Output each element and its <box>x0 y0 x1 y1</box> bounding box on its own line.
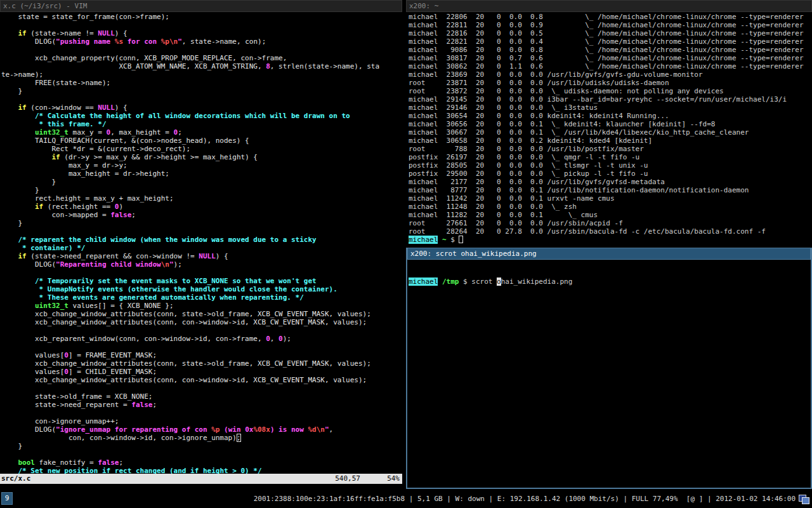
code-line: } <box>1 87 402 95</box>
process-row: root 788 20 0 0.0 0.0 /usr/lib/postfix/m… <box>409 145 812 153</box>
vim-scroll-percent: 54% <box>387 474 400 484</box>
code-line <box>1 21 402 29</box>
desktop: x.c (~/i3/src) - VIM state = state_for_f… <box>0 0 812 508</box>
code-line <box>1 95 402 104</box>
code-line <box>1 343 402 351</box>
code-line: con->mapped = false; <box>1 211 402 219</box>
code-line: * this frame. */ <box>1 120 402 128</box>
i3status-text: 2001:2388:100e:23:1af:16ff:fe1a:f5b8 | 5… <box>254 490 796 508</box>
code-line: xcb_change_window_attributes(conn, con->… <box>1 376 402 384</box>
code-line: con, con->window->id, con->ignore_unmap)… <box>1 434 402 442</box>
process-row: michael 30667 20 0 0.0 0.1 \_ /usr/lib/k… <box>409 128 812 137</box>
code-line: xcb_reparent_window(conn, con->window->i… <box>1 335 402 343</box>
shell-prompt-line: michael ~ $ <box>409 236 812 244</box>
code-line: } <box>1 219 402 227</box>
process-row: root 27661 20 0 0.0 0.0 /usr/sbin/acpid … <box>409 219 812 227</box>
code-line: state = state_for_frame(con->frame); <box>1 13 402 21</box>
code-line: max_height = dr->height; <box>1 170 402 178</box>
code-line: state->old_frame = XCB_NONE; <box>1 392 402 401</box>
code-line: rect.height = max_y + max_height; <box>1 194 402 203</box>
scrot-terminal-window[interactable]: x200: scrot ohai_wikipedia.png michael /… <box>406 248 812 489</box>
process-row: michael 22821 20 0 0.0 0.4 \_ /home/mich… <box>409 37 812 46</box>
vim-cursor-position: 540,57 <box>335 474 360 484</box>
code-line <box>1 450 402 458</box>
code-line: if (con->window == NULL) { <box>1 104 402 112</box>
code-line: if (state->need_reparent && con->window … <box>1 252 402 260</box>
prompt-symbol: $ <box>450 236 455 244</box>
code-line: DLOG("ignore_unmap for reparenting of co… <box>1 425 402 434</box>
process-row: michael 9086 20 0 0.0 0.8 \_ /home/micha… <box>409 46 812 54</box>
code-line: XCB_ATOM_WM_NAME, XCB_ATOM_STRING, 8, st… <box>1 62 402 70</box>
process-terminal-window[interactable]: x200: ~ michael 22806 20 0 0.0 0.8 \_ /h… <box>406 0 812 246</box>
code-line: uint32_t max_y = 0, max_height = 0; <box>1 128 402 137</box>
scrot-terminal-title: x200: scrot ohai_wikipedia.png <box>410 250 537 258</box>
code-line: * These events are generated automatical… <box>1 293 402 302</box>
code-line: xcb_change_property(conn, XCB_PROP_MODE_… <box>1 54 402 62</box>
process-row: michael 11242 20 0 0.0 0.1 urxvt -name c… <box>409 194 812 203</box>
shell-prompt-line: michael /tmp $ scrot ohai_wikipedia.png <box>409 277 811 286</box>
code-line: TAILQ_FOREACH(current, &(con->nodes_head… <box>1 137 402 145</box>
code-line: /* reparent the child window (when the w… <box>1 236 402 244</box>
code-line: } <box>1 186 402 194</box>
process-row: root 28264 20 0 27.8 0.0 /usr/sbin/bacul… <box>409 227 812 236</box>
code-line: max_y = dr->y; <box>1 161 402 170</box>
process-row: michael 2177 20 0 0.0 0.0 /usr/lib/gvfs/… <box>409 178 812 186</box>
vim-titlebar[interactable]: x.c (~/i3/src) - VIM <box>0 0 402 12</box>
code-line: } <box>1 178 402 186</box>
process-row: michael 29146 20 0 0.0 0.0 \_ i3status <box>409 104 812 112</box>
process-row: michael 23869 20 0 0.0 0.0 /usr/lib/gvfs… <box>409 70 812 79</box>
process-terminal-title: x200: ~ <box>409 2 438 10</box>
command-text-before-cursor: scrot <box>471 277 497 286</box>
prompt-username: michael <box>409 236 438 244</box>
code-line: DLOG("Reparenting child window\n"); <box>1 260 402 269</box>
code-line: bool fake_notify = false; <box>1 458 402 467</box>
process-row: michael 22811 20 0 0.0 0.9 \_ /home/mich… <box>409 21 812 29</box>
code-line: te->name); <box>1 70 402 79</box>
prompt-cwd: /tmp <box>442 277 459 286</box>
workspace-button-9[interactable]: 9 <box>1 492 13 505</box>
command-text-after-cursor: hai_wikipedia.png <box>501 277 573 286</box>
process-list[interactable]: michael 22806 20 0 0.0 0.8 \_ /home/mich… <box>409 13 812 244</box>
vim-statusline-filename: src/x.c <box>1 474 30 484</box>
code-line: xcb_change_window_attributes(conn, state… <box>1 310 402 318</box>
code-line: xcb_change_window_attributes(conn, con->… <box>1 318 402 326</box>
process-row: postfix 29500 20 0 0.0 0.0 \_ pickup -l … <box>409 170 812 178</box>
process-row: michael 11248 20 0 0.0 0.0 \_ zsh <box>409 203 812 211</box>
vim-code[interactable]: state = state_for_frame(con->frame); if … <box>1 13 402 475</box>
vim-title: x.c (~/i3/src) - VIM <box>3 2 87 10</box>
process-row: michael 8777 20 0 0.0 0.1 /usr/lib/notif… <box>409 186 812 194</box>
scrot-terminal-titlebar[interactable]: x200: scrot ohai_wikipedia.png <box>407 248 811 260</box>
code-line <box>1 227 402 236</box>
code-line: * container) */ <box>1 244 402 252</box>
code-line: values[0] = FRAME_EVENT_MASK; <box>1 351 402 359</box>
process-row: michael 11282 20 0 0.0 0.1 \_ cmus <box>409 211 812 219</box>
code-line <box>1 326 402 335</box>
vim-window[interactable]: x.c (~/i3/src) - VIM state = state_for_f… <box>0 0 402 489</box>
code-line: if (rect.height == 0) <box>1 203 402 211</box>
process-terminal-titlebar[interactable]: x200: ~ <box>406 0 812 12</box>
code-line: Rect *dr = &(current->deco_rect); <box>1 145 402 153</box>
code-line: /* Calculate the height of all window de… <box>1 112 402 120</box>
vim-statusline: src/x.c 540,57 54% <box>0 474 402 484</box>
prompt-cwd: ~ <box>442 236 447 244</box>
terminal-cursor <box>459 236 463 243</box>
process-row: michael 30654 20 0 0.0 0.0 kdeinit4: kde… <box>409 112 812 120</box>
process-row: michael 30658 20 0 0.0 0.2 kdeinit4: kde… <box>409 137 812 145</box>
i3bar: 9 2001:2388:100e:23:1af:16ff:fe1a:f5b8 |… <box>0 490 812 508</box>
prompt-username: michael <box>409 277 438 286</box>
process-row: michael 30862 20 0 1.1 0.6 \_ /home/mich… <box>409 62 812 70</box>
code-line <box>1 269 402 277</box>
code-line <box>1 46 402 54</box>
code-line: /* Temporarily set the event masks to XC… <box>1 277 402 285</box>
code-line: * UnmapNotify events (otherwise the hand… <box>1 285 402 293</box>
code-line: state->need_reparent = false; <box>1 401 402 409</box>
terminal-cursor: o <box>497 277 501 286</box>
tray-icon-front-square <box>802 497 809 504</box>
code-line: } <box>1 442 402 450</box>
systray-windows-icon[interactable] <box>799 495 809 504</box>
process-row: michael 30656 20 0 0.0 0.1 \_ kdeinit4: … <box>409 120 812 128</box>
process-row: michael 22816 20 0 0.0 0.5 \_ /home/mich… <box>409 29 812 37</box>
code-line: con->ignore_unmap++; <box>1 417 402 425</box>
code-line <box>1 384 402 392</box>
scrot-terminal-content[interactable]: michael /tmp $ scrot ohai_wikipedia.png <box>409 261 811 302</box>
